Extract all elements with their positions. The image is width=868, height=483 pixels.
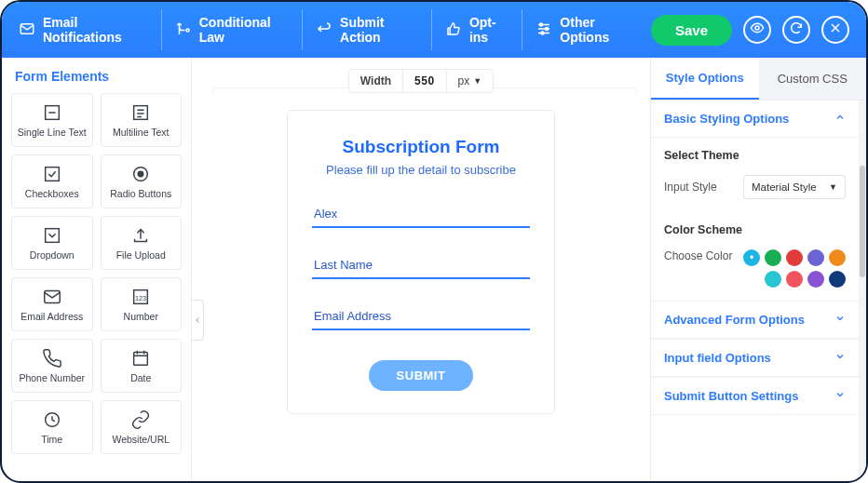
element-time[interactable]: Time [11, 400, 93, 454]
form-preview-card[interactable]: Subscription Form Please fill up the det… [287, 110, 555, 414]
width-label: Width [349, 70, 403, 92]
chevron-up-icon [834, 112, 846, 126]
number-icon: 123 [130, 287, 151, 307]
element-date[interactable]: Date [101, 339, 183, 393]
element-label: Date [130, 372, 151, 383]
section-label: Submit Button Settings [664, 389, 798, 403]
element-phone-number[interactable]: Phone Number [11, 339, 93, 393]
element-label: Dropdown [30, 249, 75, 261]
close-icon [828, 20, 843, 39]
phone-number-icon [42, 348, 62, 369]
toolbar-left: Email Notifications Conditional Law Subm… [19, 9, 651, 50]
toolbar-other-options[interactable]: Other Options [522, 9, 651, 50]
caret-down-icon: ▼ [829, 182, 837, 192]
multiline-text-icon [130, 102, 151, 123]
tab-style-options[interactable]: Style Options [651, 58, 759, 100]
element-label: Email Address [20, 311, 83, 322]
toolbar-right: Save [651, 15, 849, 46]
thumbs-up-icon [445, 20, 462, 40]
element-number[interactable]: 123Number [101, 277, 183, 331]
save-button[interactable]: Save [651, 15, 732, 46]
single-line-text-icon [42, 102, 62, 123]
element-label: Website/URL [112, 434, 170, 445]
input-style-select[interactable]: Material Style ▼ [743, 175, 846, 199]
refresh-button[interactable] [782, 16, 810, 44]
element-multiline-text[interactable]: Multiline Text [101, 93, 183, 147]
toolbar-conditional-law[interactable]: Conditional Law [161, 9, 302, 50]
element-radio-buttons[interactable]: Radio Buttons [101, 154, 183, 208]
section-submit-button[interactable]: Submit Button Settings [651, 377, 859, 415]
svg-rect-19 [134, 353, 148, 366]
chevron-down-icon [834, 351, 846, 365]
dropdown-icon [42, 225, 62, 246]
caret-down-icon: ▼ [473, 76, 481, 86]
first-name-field[interactable] [312, 201, 530, 228]
element-checkboxes[interactable]: Checkboxes [11, 154, 93, 208]
return-icon [316, 20, 332, 40]
select-theme-heading: Select Theme [651, 138, 859, 169]
element-dropdown[interactable]: Dropdown [11, 216, 93, 270]
toolbar-submit-action[interactable]: Submit Action [302, 9, 431, 50]
element-label: File Upload [116, 249, 166, 261]
toolbar-label: Opt-ins [469, 15, 509, 45]
toolbar-email-notifications[interactable]: Email Notifications [19, 9, 161, 50]
toolbar-label: Conditional Law [199, 15, 289, 45]
svg-text:123: 123 [135, 294, 146, 302]
style-panel: Style Options Custom CSS Basic Styling O… [650, 58, 866, 481]
chevron-down-icon [834, 389, 846, 403]
tab-custom-css[interactable]: Custom CSS [759, 58, 867, 100]
last-name-field[interactable] [312, 252, 530, 279]
input-style-row: Input Style Material Style ▼ [651, 169, 859, 212]
file-upload-icon [130, 225, 151, 246]
color-swatch[interactable] [786, 249, 803, 266]
sliders-icon [536, 20, 552, 40]
element-label: Single Line Text [18, 127, 87, 138]
width-value[interactable]: 550 [403, 70, 447, 92]
form-elements-grid: Single Line TextMultiline TextCheckboxes… [2, 93, 191, 462]
svg-point-14 [139, 171, 144, 177]
section-label: Basic Styling Options [664, 112, 789, 126]
section-basic-styling[interactable]: Basic Styling Options [651, 101, 859, 138]
close-button[interactable] [821, 16, 849, 44]
email-address-field[interactable] [312, 303, 530, 330]
form-submit-button[interactable]: SUBMIT [369, 360, 474, 391]
width-control: Width 550 px ▼ [348, 69, 494, 93]
width-unit-select[interactable]: px ▼ [447, 70, 494, 92]
preview-button[interactable] [743, 16, 771, 44]
toolbar-optins[interactable]: Opt-ins [431, 9, 522, 50]
eye-icon [750, 20, 765, 39]
element-label: Checkboxes [25, 188, 79, 199]
color-swatch[interactable] [807, 249, 824, 266]
style-panel-body: Basic Styling Options Select Theme Input… [651, 101, 866, 481]
section-input-field[interactable]: Input field Options [651, 339, 859, 377]
color-swatch[interactable] [829, 249, 846, 266]
element-single-line-text[interactable]: Single Line Text [11, 93, 93, 147]
color-swatch[interactable] [765, 271, 781, 288]
svg-point-2 [540, 23, 543, 26]
input-style-label: Input Style [664, 181, 717, 194]
form-elements-title: Form Elements [2, 58, 191, 93]
color-swatch[interactable] [829, 271, 846, 288]
svg-rect-15 [45, 229, 59, 243]
svg-rect-16 [45, 291, 61, 303]
section-advanced-form[interactable]: Advanced Form Options [651, 301, 859, 339]
element-file-upload[interactable]: File Upload [101, 216, 183, 270]
choose-color-row: Choose Color [651, 244, 859, 301]
top-toolbar: Email Notifications Conditional Law Subm… [2, 2, 866, 58]
select-value: Material Style [752, 181, 817, 193]
form-elements-panel: Form Elements Single Line TextMultiline … [2, 58, 192, 481]
svg-point-4 [541, 32, 544, 34]
color-swatch[interactable] [765, 249, 781, 266]
color-swatch[interactable] [743, 249, 760, 266]
date-icon [130, 348, 151, 369]
element-email-address[interactable]: Email Address [11, 277, 93, 331]
submit-row: SUBMIT [312, 360, 530, 391]
section-label: Advanced Form Options [664, 313, 805, 327]
width-unit-text: px [458, 74, 470, 87]
color-swatch[interactable] [786, 271, 803, 288]
color-swatch[interactable] [807, 271, 824, 288]
element-website-url[interactable]: Website/URL [101, 400, 183, 454]
scrollbar[interactable] [859, 101, 866, 481]
form-subtitle: Please fill up the detail to subscribe [312, 163, 530, 177]
panel-collapse-handle[interactable] [192, 300, 204, 341]
